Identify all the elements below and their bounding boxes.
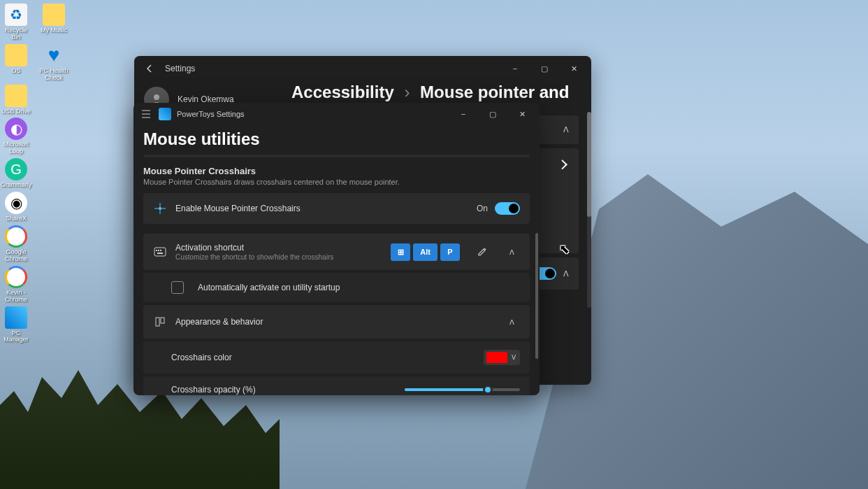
auto-activate-row: Automatically activate on utility startu…	[143, 273, 530, 302]
shortcut-keys: ⊞ Alt P	[391, 243, 460, 261]
close-button[interactable]: ✕	[507, 103, 537, 125]
minimize-button[interactable]: −	[500, 57, 530, 80]
chevron-up-icon[interactable]: ᐱ	[503, 243, 520, 260]
enable-toggle[interactable]	[495, 202, 520, 215]
minimize-button[interactable]: −	[449, 103, 478, 125]
os-folder-icon	[5, 44, 27, 66]
desktop-icon-recycle-bin[interactable]: ♻Recycle Bin	[1, 3, 31, 41]
appearance-label: Appearance & behavior	[175, 317, 492, 327]
crosshairs-opacity-row: Crosshairs opacity (%)	[143, 376, 530, 395]
desktop-icon-os-folder[interactable]: OS	[1, 44, 31, 82]
desktop-icon-ms-loop[interactable]: ◐Microsoft Loop	[1, 118, 31, 155]
mouse-cursor: ⬉	[559, 241, 570, 257]
svg-point-0	[154, 94, 159, 100]
chrome2-icon	[5, 266, 27, 288]
chevron-up-icon: ᐱ	[563, 269, 569, 278]
svg-rect-8	[161, 318, 164, 323]
key-windows: ⊞	[391, 243, 410, 261]
shortcut-description: Customize the shortcut to show/hide the …	[175, 253, 382, 261]
appearance-icon	[153, 315, 167, 329]
opacity-slider[interactable]	[405, 388, 520, 391]
svg-rect-4	[158, 250, 159, 251]
powertoys-window: PowerToys Settings − ▢ ✕ Mouse utilities…	[133, 103, 540, 395]
color-picker-button[interactable]: ᐯ	[484, 350, 520, 365]
opacity-label: Crosshairs opacity (%)	[171, 385, 396, 395]
shortcut-title: Activation shortcut	[175, 243, 382, 253]
section-description: Mouse Pointer Crosshairs draws crosshair…	[143, 178, 530, 186]
sharex-icon: ◉	[5, 192, 27, 214]
desktop-icon-chrome2[interactable]: Kevin - Chrome	[1, 266, 31, 304]
desktop-icon-chrome1[interactable]: Google Chrome	[1, 225, 31, 263]
chevron-up-icon[interactable]: ᐱ	[503, 313, 520, 330]
page-heading: Mouse utilities	[133, 125, 540, 155]
auto-activate-checkbox[interactable]	[171, 281, 184, 294]
desktop-icon-sharex[interactable]: ◉ShareX	[1, 192, 31, 222]
icon-label: ShareX	[6, 215, 27, 222]
icon-label: My Music	[41, 27, 67, 34]
back-button[interactable]	[140, 59, 159, 78]
grammarly-icon: G	[5, 158, 27, 180]
activation-shortcut-card: Activation shortcut Customize the shortc…	[143, 234, 530, 270]
toggle-state-label: On	[477, 204, 488, 213]
desktop-icon-pc-health[interactable]: ♥PC Health Check	[39, 44, 68, 82]
crosshairs-color-row: Crosshairs color ᐯ	[143, 341, 530, 374]
icon-label: Grammarly	[1, 182, 32, 189]
hamburger-menu-button[interactable]	[136, 104, 156, 124]
scrollbar[interactable]	[587, 112, 591, 308]
my-music-icon	[43, 3, 65, 26]
keyboard-icon	[153, 245, 167, 259]
pc-manager-icon	[5, 306, 27, 329]
color-label: Crosshairs color	[171, 353, 475, 362]
close-button[interactable]: ✕	[559, 57, 588, 80]
crosshairs-icon	[153, 201, 167, 215]
recycle-bin-icon: ♻	[5, 3, 27, 26]
icon-label: OS	[11, 68, 20, 75]
desktop-icons-area: ♻Recycle BinMy MusicOS♥PC Health CheckUS…	[1, 3, 68, 343]
scrollbar[interactable]	[535, 156, 538, 380]
icon-label: USB Drive	[1, 108, 31, 115]
chrome1-icon	[5, 225, 27, 248]
settings-title: Settings	[165, 64, 195, 73]
desktop-icon-grammarly[interactable]: GGrammarly	[1, 158, 31, 189]
icon-label: PC Manager	[1, 330, 31, 344]
svg-rect-2	[154, 248, 166, 256]
powertoys-titlebar: PowerToys Settings − ▢ ✕	[133, 103, 540, 125]
section-title: Mouse Pointer Crosshairs	[143, 166, 530, 176]
icon-label: Google Chrome	[1, 249, 31, 263]
maximize-button[interactable]: ▢	[478, 103, 507, 125]
svg-point-1	[159, 207, 161, 210]
edit-shortcut-button[interactable]	[472, 242, 492, 262]
appearance-behavior-card[interactable]: Appearance & behavior ᐱ	[143, 305, 530, 339]
enable-label: Enable Mouse Pointer Crosshairs	[175, 204, 468, 213]
chevron-down-icon: ᐯ	[512, 354, 516, 361]
color-swatch	[486, 352, 507, 363]
key-p: P	[440, 243, 460, 261]
svg-rect-6	[157, 253, 163, 254]
powertoys-title: PowerToys Settings	[177, 110, 245, 118]
svg-rect-3	[156, 250, 157, 251]
svg-rect-7	[156, 318, 159, 326]
desktop-icon-pc-manager[interactable]: PC Manager	[1, 306, 31, 344]
icon-label: Recycle Bin	[1, 27, 31, 41]
settings-titlebar: Settings − ▢ ✕	[134, 56, 591, 81]
desktop-icon-my-music[interactable]: My Music	[39, 3, 68, 41]
key-alt: Alt	[413, 243, 437, 261]
ms-loop-icon: ◐	[5, 118, 27, 140]
powertoys-logo-icon	[159, 108, 171, 120]
auto-activate-label: Automatically activate on utility startu…	[198, 283, 340, 292]
icon-label: PC Health Check	[39, 68, 68, 82]
svg-rect-5	[160, 250, 161, 251]
icon-label: Microsoft Loop	[1, 141, 31, 155]
chevron-up-icon: ᐱ	[563, 125, 569, 134]
maximize-button[interactable]: ▢	[530, 57, 559, 80]
icon-label: Kevin - Chrome	[1, 290, 31, 304]
breadcrumb-root[interactable]: Accessibility	[291, 83, 394, 101]
pointer-preview-icon	[558, 160, 567, 169]
usb-drive-icon	[5, 85, 27, 107]
enable-crosshairs-card: Enable Mouse Pointer Crosshairs On	[143, 193, 530, 224]
pc-health-icon: ♥	[43, 44, 65, 66]
desktop-icon-usb-drive[interactable]: USB Drive	[1, 85, 31, 115]
